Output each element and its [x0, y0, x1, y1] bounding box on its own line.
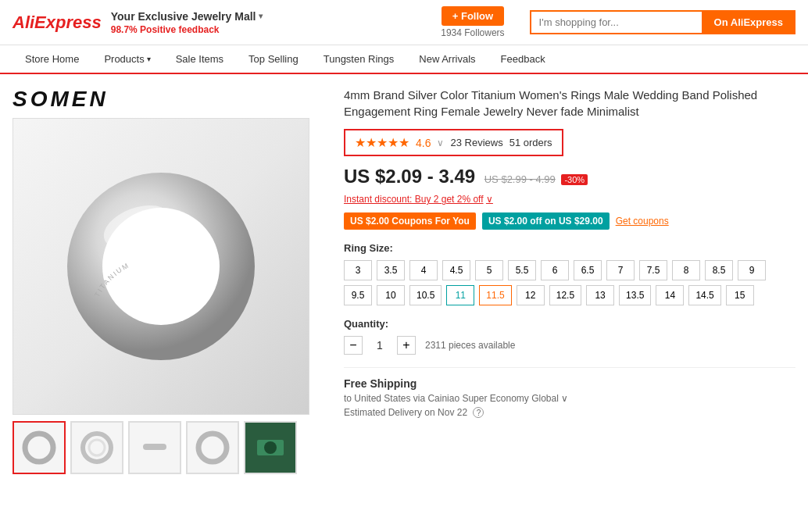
- size-7[interactable]: 7: [606, 260, 635, 280]
- store-info: Your Exclusive Jewelry Mall ▾ 98.7% Posi…: [111, 10, 432, 35]
- search-input[interactable]: [530, 10, 702, 34]
- thumbnail-2[interactable]: [70, 421, 123, 474]
- nav-new-arrivals[interactable]: New Arrivals: [406, 45, 488, 73]
- shipping-detail: to United States via Cainiao Super Econo…: [344, 393, 795, 404]
- pieces-available: 2311 pieces available: [425, 340, 515, 351]
- ring-svg: TITANIUM: [52, 157, 270, 376]
- size-8-5[interactable]: 8.5: [705, 260, 733, 280]
- header: AliExpress Your Exclusive Jewelry Mall ▾…: [0, 0, 808, 45]
- rating-number: 4.6: [416, 137, 431, 149]
- size-4-5[interactable]: 4.5: [442, 260, 470, 280]
- main-content: SOMEN: [0, 74, 808, 487]
- svg-point-5: [83, 434, 111, 462]
- current-price: US $2.09 - 3.49: [344, 166, 475, 187]
- size-label: Ring Size:: [344, 242, 795, 254]
- shipping-section: Free Shipping to United States via Caini…: [344, 367, 795, 418]
- nav-top-selling[interactable]: Top Selling: [236, 45, 311, 73]
- nav-sale-items[interactable]: Sale Items: [163, 45, 236, 73]
- main-product-image[interactable]: TITANIUM: [13, 118, 309, 415]
- quantity-value: 1: [372, 339, 388, 352]
- quantity-increase[interactable]: +: [397, 336, 416, 355]
- free-shipping-label: Free Shipping: [344, 377, 795, 390]
- size-11[interactable]: 11: [446, 285, 474, 305]
- size-9-5[interactable]: 9.5: [344, 285, 372, 305]
- original-price: US $2.99 - 4.99: [484, 173, 556, 185]
- price-section: US $2.09 - 3.49 US $2.99 - 4.99 -30%: [344, 166, 795, 187]
- follow-button[interactable]: + Follow: [442, 6, 504, 26]
- size-7-5[interactable]: 7.5: [639, 260, 667, 280]
- size-4[interactable]: 4: [409, 260, 438, 280]
- size-12-5[interactable]: 12.5: [549, 285, 581, 305]
- size-14[interactable]: 14: [656, 285, 684, 305]
- star-icons: ★★★★★: [355, 135, 409, 150]
- search-section: On AliExpress: [530, 10, 795, 34]
- size-9[interactable]: 9: [738, 260, 766, 280]
- coupons-section: US $2.00 Coupons For You US $2.00 off on…: [344, 212, 795, 230]
- size-6[interactable]: 6: [541, 260, 569, 280]
- size-3-5[interactable]: 3.5: [377, 260, 405, 280]
- size-10[interactable]: 10: [377, 285, 405, 305]
- reviews-count: 23 Reviews: [450, 137, 502, 148]
- nav-tungsten-rings[interactable]: Tungsten Rings: [311, 45, 407, 73]
- product-details: 4mm Brand Silver Color Titanium Women's …: [344, 87, 795, 474]
- svg-point-4: [25, 434, 53, 462]
- nav-products[interactable]: Products ▾: [91, 45, 163, 73]
- size-13[interactable]: 13: [586, 285, 614, 305]
- svg-rect-7: [143, 444, 166, 450]
- orders-count: 51 orders: [509, 137, 552, 148]
- coupon-orange[interactable]: US $2.00 Coupons For You: [344, 212, 476, 230]
- followers-count: 1934 Followers: [441, 27, 504, 38]
- nav-store-home[interactable]: Store Home: [13, 45, 91, 73]
- product-images: SOMEN: [13, 87, 325, 474]
- size-11-5[interactable]: 11.5: [479, 285, 511, 305]
- discount-badge: -30%: [561, 174, 588, 185]
- size-14-5[interactable]: 14.5: [688, 285, 720, 305]
- product-title: 4mm Brand Silver Color Titanium Women's …: [344, 87, 795, 120]
- store-name: Your Exclusive Jewelry Mall ▾: [111, 10, 432, 23]
- thumbnail-5[interactable]: [244, 421, 297, 474]
- size-5-5[interactable]: 5.5: [508, 260, 536, 280]
- get-coupons-link[interactable]: Get coupons: [616, 216, 669, 227]
- coupon-teal[interactable]: US $2.00 off on US $29.00: [482, 212, 610, 230]
- search-button[interactable]: On AliExpress: [702, 10, 795, 34]
- thumbnails: [13, 421, 325, 474]
- thumbnail-3[interactable]: [128, 421, 181, 474]
- navigation: Store Home Products ▾ Sale Items Top Sel…: [0, 45, 808, 74]
- size-3[interactable]: 3: [344, 260, 372, 280]
- quantity-decrease[interactable]: −: [344, 336, 363, 355]
- rating-dropdown[interactable]: ∨: [437, 137, 444, 148]
- shipping-dropdown[interactable]: ∨: [561, 393, 568, 404]
- products-arrow: ▾: [147, 55, 151, 63]
- quantity-row: − 1 + 2311 pieces available: [344, 336, 795, 355]
- delivery-date: Estimated Delivery on Nov 22 ?: [344, 407, 795, 418]
- thumbnail-1[interactable]: [13, 421, 66, 474]
- thumbnail-4[interactable]: [186, 421, 239, 474]
- nav-feedback[interactable]: Feedback: [488, 45, 558, 73]
- aliexpress-logo[interactable]: AliExpress: [13, 12, 102, 33]
- size-6-5[interactable]: 6.5: [574, 260, 602, 280]
- size-grid: 3 3.5 4 4.5 5 5.5 6 6.5 7 7.5 8 8.5 9 9.…: [344, 260, 795, 305]
- size-8[interactable]: 8: [672, 260, 700, 280]
- follow-section: + Follow 1934 Followers: [441, 6, 504, 38]
- size-5[interactable]: 5: [475, 260, 503, 280]
- size-12[interactable]: 12: [517, 285, 545, 305]
- svg-point-8: [198, 434, 227, 462]
- svg-point-6: [89, 440, 105, 455]
- size-13-5[interactable]: 13.5: [619, 285, 651, 305]
- size-15[interactable]: 15: [726, 285, 754, 305]
- store-dropdown-arrow[interactable]: ▾: [259, 12, 263, 20]
- svg-point-10: [264, 441, 277, 454]
- brand-label: SOMEN: [13, 87, 325, 112]
- size-10-5[interactable]: 10.5: [409, 285, 442, 305]
- instant-discount[interactable]: Instant discount: Buy 2 get 2% off ∨: [344, 194, 795, 205]
- quantity-label: Quantity:: [344, 318, 795, 330]
- delivery-info-icon[interactable]: ?: [473, 407, 484, 418]
- rating-box[interactable]: ★★★★★ 4.6 ∨ 23 Reviews 51 orders: [344, 129, 563, 156]
- store-feedback: 98.7% Positive feedback: [111, 24, 432, 35]
